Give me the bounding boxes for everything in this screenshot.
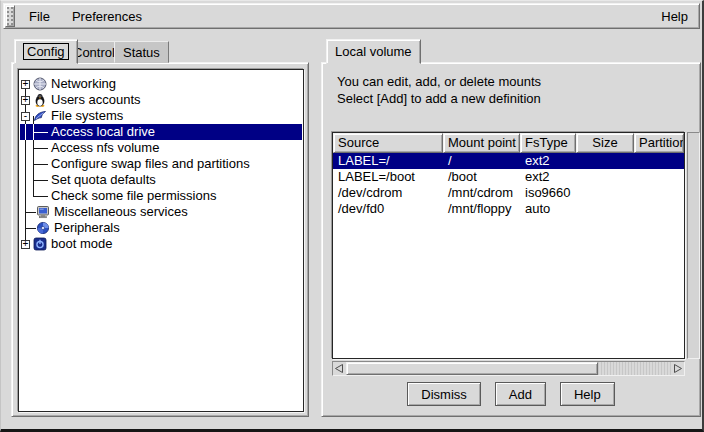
add-button-label: Add [509, 387, 532, 402]
help-button[interactable]: Help [560, 382, 615, 406]
column-header-source[interactable]: Source [333, 133, 443, 153]
mounts-table: Source Mount point FsType Size Partition… [332, 132, 685, 359]
tree-item-configure-swap[interactable]: Configure swap files and partitions [20, 156, 302, 172]
tree-item-peripherals[interactable]: Peripherals [20, 220, 302, 236]
cell-fstype: auto [520, 201, 576, 217]
cell-source: /dev/cdrom [333, 185, 443, 201]
peripherals-icon [36, 221, 50, 235]
cell-partition [634, 201, 684, 217]
tab-local-volume-label: Local volume [335, 44, 412, 59]
tree-item-label: Access local drive [51, 125, 155, 139]
dismiss-button-label: Dismiss [421, 387, 467, 402]
help-button-label: Help [574, 387, 601, 402]
linuxconf-window: File Preferences Help Config Control Sta… [0, 0, 704, 432]
file-systems-icon [33, 109, 47, 123]
tree-item-label: Peripherals [54, 221, 120, 235]
table-header-row: Source Mount point FsType Size Partition [333, 133, 684, 153]
cell-mount-point: /mnt/cdrom [443, 185, 520, 201]
scrollbar-track[interactable] [598, 362, 671, 375]
cell-fstype: ext2 [520, 169, 576, 185]
cell-partition [634, 169, 684, 185]
tab-status-label: Status [123, 45, 160, 60]
menubar: File Preferences Help [3, 3, 700, 29]
users-accounts-icon [33, 93, 47, 107]
tree-item-label: Users accounts [51, 93, 141, 107]
tab-status[interactable]: Status [114, 41, 169, 63]
table-row[interactable]: LABEL=/ / ext2 [333, 153, 684, 169]
button-row: Dismiss Add Help [322, 382, 700, 406]
tree-item-users-accounts[interactable]: + Users accounts [20, 92, 302, 108]
tree-item-label: Access nfs volume [51, 141, 159, 155]
cell-source: LABEL=/ [333, 153, 443, 169]
scroll-right-arrow-icon[interactable] [671, 362, 684, 375]
tree-item-label: Check some file permissions [51, 189, 216, 203]
config-tree: + Networking + Users accounts - File sys… [18, 69, 304, 412]
tab-local-volume[interactable]: Local volume [326, 39, 421, 64]
cell-partition [634, 185, 684, 201]
column-header-size[interactable]: Size [576, 133, 634, 153]
networking-icon [33, 77, 47, 91]
tree-item-miscellaneous-services[interactable]: Miscellaneous services [20, 204, 302, 220]
tree-item-label: Miscellaneous services [54, 205, 188, 219]
config-panel: + Networking + Users accounts - File sys… [11, 62, 309, 417]
tree-trunk-line [25, 124, 26, 140]
expand-plus-icon[interactable]: + [21, 96, 30, 105]
misc-services-icon [36, 205, 50, 219]
table-row[interactable]: /dev/cdrom /mnt/cdrom iso9660 [333, 185, 684, 201]
scroll-left-arrow-icon[interactable] [333, 362, 346, 375]
column-header-fstype[interactable]: FsType [520, 133, 576, 153]
tree-tick [33, 132, 48, 133]
expand-plus-icon[interactable]: + [21, 80, 30, 89]
expand-plus-icon[interactable]: + [21, 240, 30, 249]
table-row[interactable]: LABEL=/boot /boot ext2 [333, 169, 684, 185]
instruction-line: Select [Add] to add a new definition [337, 91, 541, 106]
dismiss-button[interactable]: Dismiss [407, 382, 481, 406]
cell-size [576, 201, 634, 217]
expand-minus-icon[interactable]: - [21, 112, 30, 121]
instruction-line: You can edit, add, or delete mounts [337, 74, 541, 89]
cell-mount-point: /mnt/floppy [443, 201, 520, 217]
tab-config-label: Config [23, 43, 69, 60]
cell-size [576, 153, 634, 169]
tree-item-label: Configure swap files and partitions [51, 157, 250, 171]
menubar-grip[interactable] [5, 5, 15, 27]
tree-item-file-systems[interactable]: - File systems [20, 108, 302, 124]
tree-item-boot-mode[interactable]: + boot mode [20, 236, 302, 252]
horizontal-scrollbar[interactable] [332, 361, 685, 376]
cell-fstype: iso9660 [520, 185, 576, 201]
menu-file[interactable]: File [18, 9, 61, 24]
boot-mode-icon [33, 237, 47, 251]
cell-mount-point: /boot [443, 169, 520, 185]
tree-item-set-quota-defaults[interactable]: Set quota defaults [20, 172, 302, 188]
cell-source: /dev/fd0 [333, 201, 443, 217]
menu-preferences[interactable]: Preferences [61, 9, 153, 24]
add-button[interactable]: Add [495, 382, 546, 406]
cell-source: LABEL=/boot [333, 169, 443, 185]
menu-help[interactable]: Help [650, 9, 699, 24]
tree-item-networking[interactable]: + Networking [20, 76, 302, 92]
tree-item-label: Networking [51, 77, 116, 91]
tree-item-access-nfs-volume[interactable]: Access nfs volume [20, 140, 302, 156]
tree-item-check-file-permissions[interactable]: Check some file permissions [20, 188, 302, 204]
tree-item-label: boot mode [51, 237, 112, 251]
cell-partition [634, 153, 684, 169]
tab-config[interactable]: Config [14, 39, 78, 64]
cell-mount-point: / [443, 153, 520, 169]
local-volume-panel: You can edit, add, or delete mounts Sele… [321, 62, 701, 417]
tree-item-label: File systems [51, 109, 123, 123]
scrollbar-thumb[interactable] [346, 362, 598, 375]
table-row[interactable]: /dev/fd0 /mnt/floppy auto [333, 201, 684, 217]
tree-item-label: Set quota defaults [51, 173, 156, 187]
column-header-mount-point[interactable]: Mount point [443, 133, 520, 153]
tree-item-access-local-drive[interactable]: Access local drive [20, 124, 302, 140]
column-header-partition[interactable]: Partition [634, 133, 684, 153]
cell-size [576, 185, 634, 201]
vertical-scrollbar[interactable] [687, 132, 700, 359]
cell-size [576, 169, 634, 185]
tab-control-label: Control [73, 45, 115, 60]
cell-fstype: ext2 [520, 153, 576, 169]
